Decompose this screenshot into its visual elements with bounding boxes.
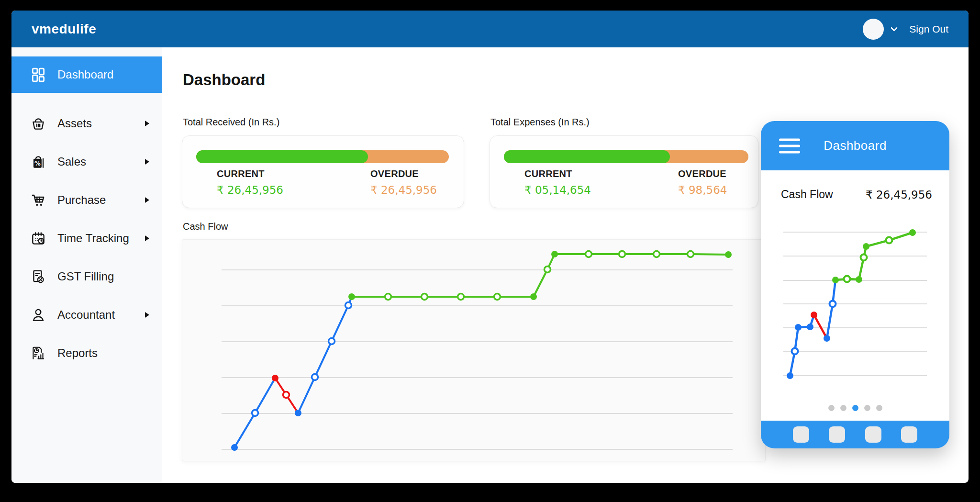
overdue-value: ₹ 26,45,956 <box>370 184 437 196</box>
phone-nav-button[interactable] <box>829 426 845 443</box>
phone-nav-button[interactable] <box>865 426 881 443</box>
sidebar-item-label: GST Filling <box>57 270 114 283</box>
cart-icon <box>30 191 47 209</box>
pagination-dot[interactable] <box>852 405 858 411</box>
current-label: CURRENT <box>217 168 283 179</box>
phone-cashflow-value: ₹ 26,45,956 <box>866 189 932 201</box>
calendar-clock-icon <box>30 230 47 247</box>
received-overdue-group: OVERDUE ₹ 26,45,956 <box>370 168 437 196</box>
cash-flow-title: Cash Flow <box>183 221 228 232</box>
caret-right-icon <box>145 121 149 126</box>
sidebar: Dashboard Assets % <box>11 47 162 483</box>
expenses-progress-fill <box>504 150 670 163</box>
overdue-value: ₹ 98,564 <box>678 184 727 196</box>
sidebar-item-label: Time Tracking <box>57 232 129 245</box>
sidebar-item-label: Reports <box>57 346 98 360</box>
person-icon <box>30 306 47 324</box>
expenses-current-group: CURRENT ₹ 05,14,654 <box>524 168 591 196</box>
sidebar-item-label: Assets <box>57 117 92 130</box>
caret-right-icon <box>145 235 149 241</box>
svg-text:%: % <box>34 160 41 167</box>
sidebar-item-reports[interactable]: Reports <box>11 335 162 371</box>
cash-flow-chart <box>182 240 766 462</box>
sidebar-item-purchase[interactable]: Purchase <box>11 182 162 218</box>
sidebar-item-label: Sales <box>57 155 86 168</box>
sidebar-item-gst-filling[interactable]: GST Filling <box>11 258 162 295</box>
sidebar-item-label: Dashboard <box>57 68 113 81</box>
expenses-progress-track <box>504 150 748 163</box>
sidebar-item-dashboard[interactable]: Dashboard <box>11 56 162 93</box>
pagination-dots <box>761 405 949 411</box>
caret-right-icon <box>145 159 149 165</box>
expenses-card-title: Total Expenses (In Rs.) <box>490 117 590 128</box>
sidebar-item-assets[interactable]: Assets <box>11 105 162 142</box>
sidebar-item-accountant[interactable]: Accountant <box>11 297 162 333</box>
phone-nav-button[interactable] <box>793 426 809 443</box>
hamburger-menu-icon[interactable] <box>779 134 800 157</box>
pagination-dot[interactable] <box>876 405 882 411</box>
expenses-overdue-group: OVERDUE ₹ 98,564 <box>678 168 727 196</box>
total-received-card: CURRENT ₹ 26,45,956 OVERDUE ₹ 26,45,956 <box>182 135 464 208</box>
phone-header: Dashboard <box>761 121 949 170</box>
sidebar-item-time-tracking[interactable]: Time Tracking <box>11 220 162 257</box>
sidebar-item-label: Purchase <box>57 193 106 207</box>
total-expenses-card: CURRENT ₹ 05,14,654 OVERDUE ₹ 98,564 <box>490 135 758 208</box>
sidebar-item-sales[interactable]: % Sales <box>11 144 162 180</box>
report-chart-icon <box>30 345 47 362</box>
cash-flow-chart-panel <box>182 239 766 461</box>
chevron-down-icon[interactable] <box>891 24 898 32</box>
topbar-right-group: Sign Out <box>863 11 948 47</box>
sign-out-button[interactable]: Sign Out <box>909 23 948 35</box>
user-avatar[interactable] <box>863 19 884 40</box>
document-percent-icon <box>30 268 47 285</box>
current-value: ₹ 26,45,956 <box>217 184 283 196</box>
phone-nav-button[interactable] <box>901 426 917 443</box>
phone-page-title: Dashboard <box>824 138 887 153</box>
received-current-group: CURRENT ₹ 26,45,956 <box>217 168 283 196</box>
received-card-title: Total Received (In Rs.) <box>183 117 279 128</box>
current-value: ₹ 05,14,654 <box>524 184 591 196</box>
pagination-dot[interactable] <box>828 405 835 411</box>
top-navbar: vmedulife Sign Out <box>11 11 969 47</box>
pagination-dot[interactable] <box>840 405 846 411</box>
caret-right-icon <box>145 312 149 318</box>
app-frame: vmedulife Sign Out Dashboard <box>11 11 969 483</box>
received-progress-fill <box>196 150 368 163</box>
brand-logo[interactable]: vmedulife <box>32 11 96 47</box>
phone-bottom-navbar <box>761 421 949 448</box>
overdue-label: OVERDUE <box>678 168 727 179</box>
overdue-label: OVERDUE <box>370 168 437 179</box>
phone-mockup: Dashboard Cash Flow ₹ 26,45,956 <box>761 121 949 448</box>
current-label: CURRENT <box>524 168 591 179</box>
received-progress-track <box>196 150 449 163</box>
phone-cashflow-label: Cash Flow <box>781 188 833 201</box>
dashboard-grid-icon <box>30 66 47 83</box>
phone-cash-flow-chart <box>774 223 932 385</box>
basket-icon <box>30 115 47 132</box>
page-title: Dashboard <box>183 71 265 89</box>
pagination-dot[interactable] <box>864 405 870 411</box>
sidebar-item-label: Accountant <box>57 308 115 322</box>
sale-bag-icon: % <box>30 153 47 170</box>
phone-cashflow-row: Cash Flow ₹ 26,45,956 <box>761 188 949 201</box>
caret-right-icon <box>145 197 149 203</box>
